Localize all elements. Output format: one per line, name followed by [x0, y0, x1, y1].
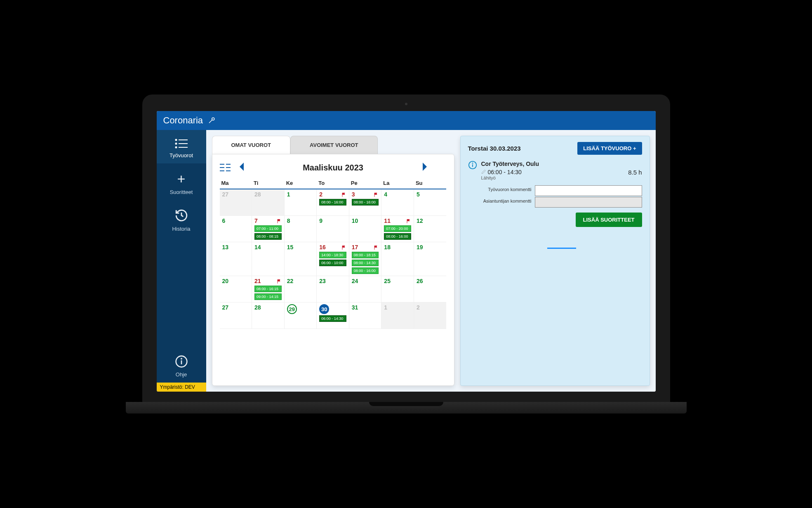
info-icon[interactable] — [468, 161, 477, 171]
shift-chip[interactable]: 08:00 - 16:00 — [384, 233, 411, 240]
calendar-day[interactable]: 1107:00 - 20:0008:00 - 16:00 — [381, 216, 414, 242]
svg-point-18 — [472, 163, 473, 163]
calendar-day[interactable]: 18 — [381, 242, 414, 276]
sidebar-item-label: Suoritteet — [157, 189, 206, 195]
svg-point-1 — [175, 139, 177, 141]
svg-point-9 — [181, 359, 181, 359]
topbar: Coronaria — [157, 111, 656, 130]
calendar-day[interactable]: 24 — [349, 276, 382, 302]
sidebar-item-label: Työvuorot — [157, 152, 206, 158]
calendar-day[interactable]: 3006:00 - 14:30 — [317, 302, 349, 329]
dow-header: To — [317, 177, 349, 189]
add-tasks-button[interactable]: LISÄÄ SUORITTEET — [576, 213, 642, 227]
calendar-day[interactable]: 208:00 - 16:00 — [317, 189, 349, 216]
shift-comment-input[interactable] — [535, 185, 642, 196]
shift-type: Lähityö — [481, 175, 522, 180]
calendar-day[interactable]: 19 — [414, 242, 447, 276]
calendar-day[interactable]: 2108:00 - 16:1509:00 - 14:15 — [252, 276, 285, 302]
sidebar-item-label: Ohje — [157, 371, 206, 378]
shift-chip[interactable]: 08:00 - 16:00 — [352, 199, 379, 206]
dow-header: Ma — [220, 177, 252, 189]
calendar-day[interactable]: 1 — [381, 302, 414, 329]
expert-comment-input — [535, 197, 642, 208]
calendar-day[interactable]: 2 — [414, 302, 447, 329]
calendar-card: Maaliskuu 2023 MaTiKeToPeLaSu27281208:00… — [212, 154, 454, 386]
flag-icon — [406, 218, 411, 225]
flag-icon — [277, 279, 282, 285]
calendar-day[interactable]: 28 — [252, 189, 285, 216]
sidebar-item-label: Historia — [157, 226, 206, 232]
flag-icon — [277, 218, 282, 225]
calendar-day[interactable]: 14 — [252, 242, 285, 276]
calendar-day[interactable]: 707:00 - 11:0008:00 - 08:15 — [252, 216, 285, 242]
calendar-day[interactable]: 26 — [414, 276, 447, 302]
calendar-day[interactable]: 1708:00 - 18:1508:00 - 14:3008:00 - 16:0… — [349, 242, 382, 276]
calendar-day[interactable]: 10 — [349, 216, 382, 242]
shift-location: Cor Työterveys, Oulu — [481, 161, 642, 167]
sidebar-item-help[interactable]: Ohje — [157, 347, 206, 383]
dow-header: La — [381, 177, 414, 189]
calendar-day[interactable]: 15 — [285, 242, 317, 276]
calendar-day[interactable]: 4 — [381, 189, 414, 216]
calendar-day[interactable]: 1 — [285, 189, 317, 216]
calendar-day[interactable]: 22 — [285, 276, 317, 302]
shift-time: 06:00 - 14:30 — [487, 169, 522, 175]
pencil-icon[interactable] — [481, 169, 488, 175]
plus-icon: + — [157, 172, 206, 186]
shift-chip[interactable]: 08:00 - 16:15 — [254, 286, 282, 292]
sidebar-item-tasks[interactable]: + Suoritteet — [157, 163, 206, 200]
calendar-day[interactable]: 20 — [220, 276, 252, 302]
calendar-day[interactable]: 13 — [220, 242, 252, 276]
shift-chip[interactable]: 07:00 - 11:00 — [254, 225, 282, 232]
add-shift-button[interactable]: LISÄÄ TYÖVUORO + — [577, 142, 642, 155]
view-toggle-icon[interactable] — [220, 163, 231, 172]
calendar-day[interactable]: 25 — [381, 276, 414, 302]
shift-chip[interactable]: 08:00 - 08:15 — [254, 233, 282, 240]
shift-chip[interactable]: 08:00 - 18:15 — [352, 252, 379, 258]
calendar-day[interactable]: 27 — [220, 302, 252, 329]
dow-header: Su — [414, 177, 447, 189]
calendar-day[interactable]: 12 — [414, 216, 447, 242]
calendar-grid: MaTiKeToPeLaSu27281208:00 - 16:00308:00 … — [220, 177, 447, 329]
next-month-button[interactable] — [421, 162, 428, 173]
flag-icon — [341, 245, 346, 251]
calendar-day[interactable]: 27 — [220, 189, 252, 216]
flag-icon — [374, 245, 379, 251]
flag-icon — [341, 192, 346, 198]
calendar-day[interactable]: 9 — [317, 216, 349, 242]
svg-point-3 — [175, 143, 177, 144]
calendar-day[interactable]: 29 — [285, 302, 317, 329]
prev-month-button[interactable] — [238, 162, 245, 173]
flag-icon — [374, 192, 379, 198]
calendar-day[interactable]: 28 — [252, 302, 285, 329]
sidebar-item-history[interactable]: Historia — [157, 200, 206, 237]
env-badge: Ympäristö: DEV — [157, 383, 206, 392]
shift-chip[interactable]: 08:00 - 16:00 — [352, 267, 379, 274]
month-title: Maaliskuu 2023 — [253, 163, 414, 172]
calendar-day[interactable]: 31 — [349, 302, 382, 329]
shift-chip[interactable]: 14:00 - 18:30 — [319, 252, 346, 258]
calendar-day[interactable]: 1614:00 - 18:3006:00 - 10:00 — [317, 242, 349, 276]
tab-open-shifts[interactable]: AVOIMET VUOROT — [290, 136, 377, 154]
shift-chip[interactable]: 07:00 - 20:00 — [384, 225, 411, 232]
shift-chip[interactable]: 06:00 - 10:00 — [319, 260, 346, 266]
calendar-day[interactable]: 8 — [285, 216, 317, 242]
svg-point-5 — [175, 147, 177, 148]
shift-chip[interactable]: 08:00 - 14:30 — [352, 260, 379, 266]
calendar-day[interactable]: 308:00 - 16:00 — [349, 189, 382, 216]
calendar-day[interactable]: 23 — [317, 276, 349, 302]
dow-header: Ti — [252, 177, 285, 189]
tabs: OMAT VUOROT AVOIMET VUOROT — [212, 136, 454, 154]
dow-header: Ke — [285, 177, 317, 189]
sidebar-item-shifts[interactable]: Työvuorot — [157, 130, 206, 163]
shift-hours: 8.5 h — [628, 169, 642, 180]
active-indicator — [547, 248, 576, 249]
tab-own-shifts[interactable]: OMAT VUOROT — [212, 136, 291, 154]
calendar-day[interactable]: 6 — [220, 216, 252, 242]
calendar-day[interactable]: 5 — [414, 189, 447, 216]
comment2-label: Asiantuntijan kommentti — [481, 197, 535, 203]
brand-key-icon — [208, 117, 215, 124]
shift-chip[interactable]: 08:00 - 16:00 — [319, 199, 346, 206]
shift-chip[interactable]: 06:00 - 14:30 — [319, 315, 346, 322]
shift-chip[interactable]: 09:00 - 14:15 — [254, 293, 282, 300]
